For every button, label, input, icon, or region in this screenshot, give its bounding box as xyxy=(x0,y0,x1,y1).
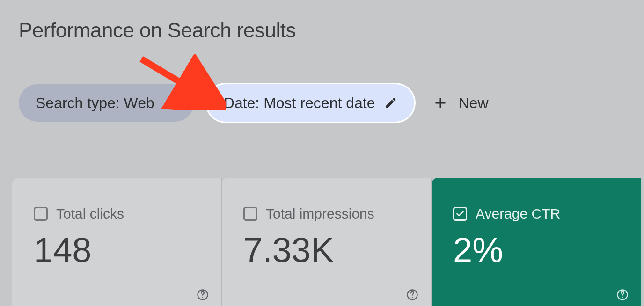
page-title: Performance on Search results xyxy=(19,19,296,42)
metric-value: 7.33K xyxy=(243,230,410,270)
metric-cards-row: Total clicks 148 Total impressions 7.33K xyxy=(12,178,644,306)
plus-icon xyxy=(432,95,449,111)
metric-card-ctr[interactable]: Average CTR 2% xyxy=(432,178,641,306)
metric-value: 2% xyxy=(453,230,620,270)
metric-card-impressions[interactable]: Total impressions 7.33K xyxy=(222,178,432,306)
filter-chip-row: Search type: Web Date: Most recent date … xyxy=(19,84,493,122)
search-type-filter-label: Search type: Web xyxy=(36,95,154,112)
help-icon[interactable] xyxy=(406,288,419,301)
metric-value: 148 xyxy=(34,230,200,270)
date-filter-label: Date: Most recent date xyxy=(224,95,375,112)
metric-label: Total clicks xyxy=(56,206,124,222)
metric-card-clicks[interactable]: Total clicks 148 xyxy=(12,178,222,306)
checkbox-unchecked-icon xyxy=(34,207,48,221)
search-type-filter-chip[interactable]: Search type: Web xyxy=(19,84,194,122)
checkbox-unchecked-icon xyxy=(243,207,257,221)
help-icon[interactable] xyxy=(616,288,629,301)
metric-label: Total impressions xyxy=(266,206,374,222)
section-divider xyxy=(19,66,644,66)
help-icon[interactable] xyxy=(196,288,209,301)
add-filter-label: New xyxy=(458,95,488,112)
checkbox-checked-icon xyxy=(453,207,467,221)
add-filter-button[interactable]: New xyxy=(427,95,493,112)
pencil-icon xyxy=(384,96,397,109)
pencil-icon xyxy=(164,96,177,109)
metric-label: Average CTR xyxy=(476,206,560,222)
date-filter-chip[interactable]: Date: Most recent date xyxy=(207,84,415,122)
